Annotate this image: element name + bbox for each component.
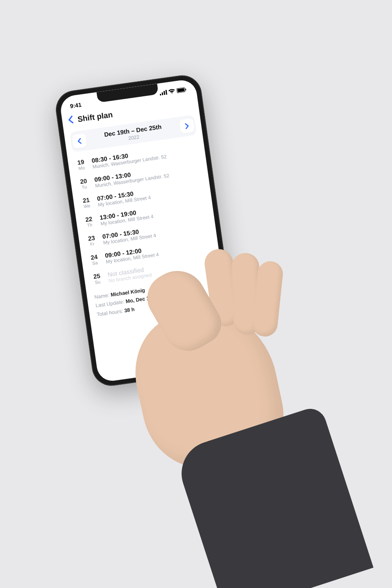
- signal-icon: [159, 89, 167, 97]
- shift-day-label: Tu: [78, 184, 91, 190]
- shift-day-label: Sa: [89, 260, 101, 266]
- status-time: 9:41: [70, 100, 95, 109]
- shift-date: 23Fr: [85, 234, 99, 247]
- shift-date: 25Su: [90, 272, 104, 285]
- shift-list: 19Mo08:30 - 16:30Munich, Wasserburger La…: [67, 138, 222, 291]
- prev-week-button[interactable]: [72, 133, 87, 149]
- svg-rect-5: [177, 88, 184, 92]
- phone-screen: 9:41 Shift plan: [59, 78, 235, 383]
- svg-rect-2: [164, 91, 165, 95]
- wifi-icon: [168, 88, 175, 95]
- status-indicators: [159, 87, 187, 97]
- battery-icon: [176, 87, 187, 94]
- shift-day-label: We: [81, 203, 93, 209]
- shift-date: 22Th: [82, 215, 96, 229]
- svg-rect-6: [185, 89, 186, 91]
- shift-day-label: Th: [83, 222, 96, 228]
- page-title: Shift plan: [77, 110, 113, 124]
- shift-day-label: Fr: [86, 241, 99, 247]
- shift-day-label: Mo: [75, 165, 88, 171]
- shift-date: 20Tu: [77, 177, 91, 190]
- phone-frame: 9:41 Shift plan: [53, 73, 240, 388]
- back-button[interactable]: [66, 114, 76, 127]
- shift-date: 19Mo: [74, 158, 88, 171]
- svg-rect-3: [165, 90, 167, 95]
- next-week-button[interactable]: [179, 118, 195, 134]
- summary-hours-value: 38 h: [124, 306, 135, 313]
- summary-name-label: Name:: [94, 292, 110, 300]
- svg-rect-0: [160, 94, 162, 95]
- shift-date: 24Sa: [88, 253, 102, 266]
- svg-rect-1: [162, 92, 163, 95]
- shift-date: 21We: [80, 196, 93, 209]
- shift-day-label: Su: [91, 279, 104, 285]
